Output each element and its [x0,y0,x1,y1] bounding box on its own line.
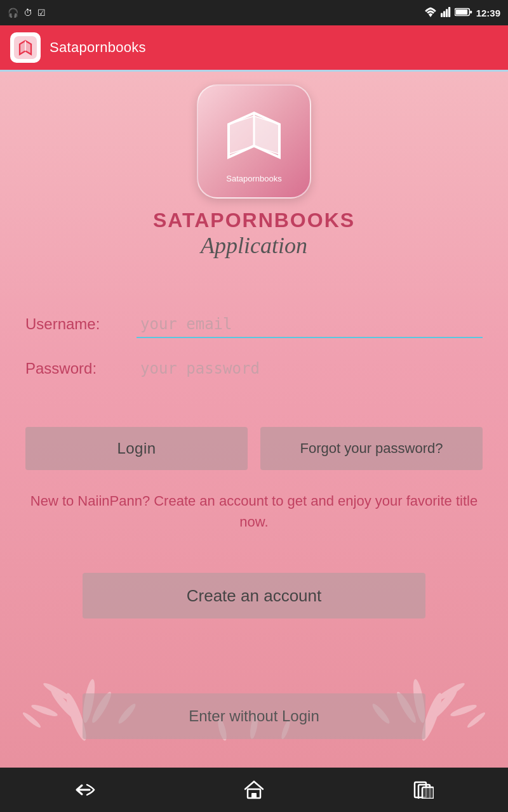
svg-rect-6 [470,10,472,13]
clock-icon: ⏱ [23,8,32,18]
promo-text: New to NaiinPann? Create an account to g… [25,490,483,532]
back-button[interactable] [65,777,104,802]
svg-rect-0 [441,13,443,16]
username-input[interactable] [137,313,483,338]
book-icon [216,100,292,170]
svg-rect-1 [443,11,445,17]
svg-rect-5 [455,10,467,15]
login-form: Username: Password: [0,313,508,402]
password-row: Password: [25,357,483,383]
main-background: Satapornbooks SATAPORNBOOKS Application … [0,72,508,787]
svg-point-10 [42,681,72,702]
password-input[interactable] [137,357,483,383]
app-title-bottom: Application [153,232,355,259]
svg-point-22 [466,710,487,729]
status-bar: 🎧 ⏱ ☑ 12:39 [0,0,508,25]
enter-without-login-button[interactable]: Enter without Login [83,693,425,739]
svg-rect-32 [422,787,434,799]
app-title: SATAPORNBOOKS Application [153,209,355,259]
svg-point-17 [429,687,460,721]
app-logo-small [10,32,41,63]
app-toolbar: Satapornbooks [0,25,508,70]
svg-point-18 [436,681,466,702]
forgot-password-button[interactable]: Forgot your password? [260,427,483,470]
battery-icon [455,7,472,19]
home-button[interactable] [235,777,273,802]
recents-button[interactable] [404,777,443,802]
password-label: Password: [25,360,137,377]
svg-point-21 [450,703,478,718]
nav-bar [0,768,508,812]
wifi-icon [424,7,437,19]
svg-point-9 [48,687,79,721]
username-row: Username: [25,313,483,338]
checkbox-icon: ☑ [37,8,46,18]
app-title-top: SATAPORNBOOKS [153,209,355,232]
logo-label: Satapornbooks [226,174,281,183]
app-logo: Satapornbooks [197,84,311,199]
svg-point-13 [30,703,59,718]
username-label: Username: [25,315,137,333]
login-button[interactable]: Login [25,427,248,470]
svg-rect-2 [446,9,448,17]
svg-rect-29 [251,793,257,798]
signal-icon [441,7,451,19]
create-account-button[interactable]: Create an account [83,573,425,619]
toolbar-title: Satapornbooks [50,39,146,56]
primary-buttons: Login Forgot your password? [25,427,483,470]
status-time: 12:39 [476,8,500,18]
logo-section: Satapornbooks SATAPORNBOOKS Application [0,84,508,259]
svg-rect-3 [448,7,450,17]
headphones-icon: 🎧 [8,8,18,18]
svg-point-14 [22,710,43,729]
